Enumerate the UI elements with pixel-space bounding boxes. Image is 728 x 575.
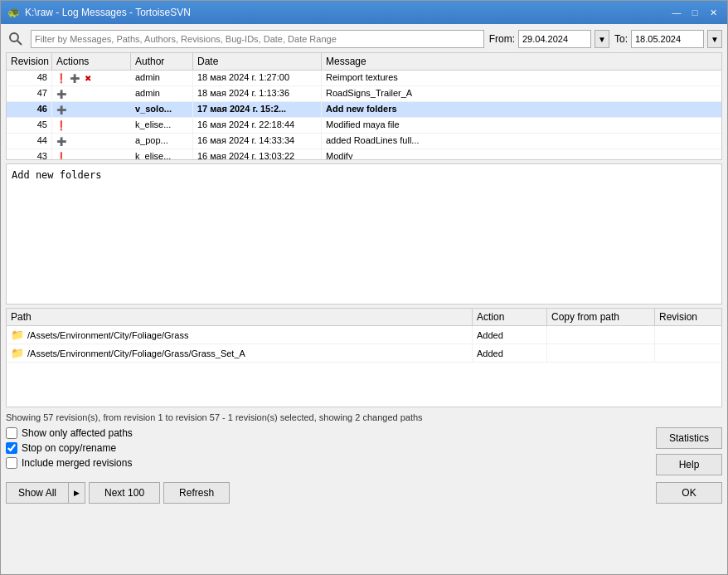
- action-icon-blue_plus: ➕: [56, 135, 67, 147]
- svg-line-1: [17, 41, 22, 45]
- bottom-bar: Show All ▶ Next 100 Refresh OK: [6, 479, 722, 505]
- table-row[interactable]: 44➕a_pop...16 мая 2024 г. 14:33:34added …: [7, 134, 721, 149]
- cell-date: 17 мая 2024 г. 15:2...: [193, 102, 322, 117]
- cell-author: k_elise...: [131, 118, 193, 133]
- action-icon-red_exclaim: ❗: [56, 151, 67, 159]
- refresh-button[interactable]: Refresh: [163, 482, 230, 504]
- revision-table: Revision Actions Author Date Message 48❗…: [6, 52, 722, 160]
- path-table-header: Path Action Copy from path Revision: [7, 309, 721, 326]
- from-date-section: From: ▼: [489, 30, 609, 48]
- to-date-picker-button[interactable]: ▼: [707, 30, 722, 48]
- stop-on-copy-label: Stop on copy/rename: [22, 442, 116, 454]
- path-cell-revision: [655, 326, 721, 344]
- status-text: Showing 57 revision(s), from revision 1 …: [6, 412, 423, 422]
- stop-on-copy-row[interactable]: Stop on copy/rename: [6, 442, 133, 454]
- checkboxes-group: Show only affected paths Stop on copy/re…: [6, 427, 133, 469]
- path-cell-action: Added: [473, 344, 547, 362]
- cell-revision: 45: [7, 118, 52, 133]
- cell-revision: 48: [7, 71, 52, 85]
- main-window: 🐢 K:\raw - Log Messages - TortoiseSVN — …: [0, 0, 728, 575]
- path-cell-copy-from: [547, 344, 655, 362]
- cell-date: 18 мая 2024 г. 1:13:36: [193, 86, 322, 101]
- cell-revision: 47: [7, 86, 52, 101]
- from-date-picker-button[interactable]: ▼: [595, 30, 609, 48]
- table-row[interactable]: 45❗k_elise...16 мая 2024 г. 22:18:44Modi…: [7, 118, 721, 134]
- svg-point-0: [10, 33, 18, 41]
- cell-date: 16 мая 2024 г. 14:33:34: [193, 134, 322, 149]
- help-button[interactable]: Help: [656, 454, 722, 475]
- cell-actions: ➕: [52, 134, 131, 149]
- show-all-wrap: Show All ▶: [6, 482, 85, 504]
- from-label: From:: [489, 33, 515, 45]
- action-icon-red_exclaim: ❗: [56, 119, 67, 131]
- include-merged-row[interactable]: Include merged revisions: [6, 457, 133, 469]
- bottom-bar-left: Show All ▶ Next 100 Refresh: [6, 482, 230, 504]
- path-col-action[interactable]: Action: [473, 309, 547, 325]
- folder-icon: 📁: [11, 347, 24, 359]
- title-bar: 🐢 K:\raw - Log Messages - TortoiseSVN — …: [1, 1, 727, 24]
- ok-button[interactable]: OK: [656, 482, 722, 504]
- path-text: /Assets/Environment/City/Foliage/Grass: [27, 330, 188, 340]
- cell-author: a_pop...: [131, 134, 193, 149]
- show-all-arrow-button[interactable]: ▶: [68, 483, 85, 503]
- to-date-input[interactable]: [631, 30, 704, 48]
- path-col-revision[interactable]: Revision: [655, 309, 721, 325]
- message-content: Add new folders: [12, 169, 101, 181]
- table-row[interactable]: 48❗➕✖admin18 мая 2024 г. 1:27:00Reimport…: [7, 71, 721, 86]
- message-box: Add new folders: [6, 163, 722, 305]
- to-date-section: To: ▼: [614, 30, 722, 48]
- col-author[interactable]: Author: [131, 53, 193, 70]
- search-icon-wrap: [6, 29, 26, 49]
- stop-on-copy-checkbox[interactable]: [6, 442, 17, 454]
- show-only-affected-label: Show only affected paths: [22, 427, 133, 439]
- minimize-button[interactable]: —: [669, 5, 684, 20]
- col-actions[interactable]: Actions: [52, 53, 131, 70]
- title-bar-left: 🐢 K:\raw - Log Messages - TortoiseSVN: [7, 7, 191, 18]
- close-button[interactable]: ✕: [706, 5, 721, 20]
- cell-author: admin: [131, 86, 193, 101]
- include-merged-checkbox[interactable]: [6, 457, 17, 469]
- path-cell-revision: [655, 344, 721, 362]
- revision-table-header: Revision Actions Author Date Message: [7, 53, 721, 71]
- path-cell-copy-from: [547, 326, 655, 344]
- path-table-body: 📁/Assets/Environment/City/Foliage/GrassA…: [7, 326, 721, 407]
- path-row[interactable]: 📁/Assets/Environment/City/Foliage/Grass/…: [7, 344, 721, 363]
- statistics-button[interactable]: Statistics: [656, 427, 722, 449]
- cell-actions: ➕: [52, 102, 131, 117]
- path-col-path[interactable]: Path: [7, 309, 473, 325]
- title-bar-controls: — □ ✕: [669, 5, 721, 20]
- table-row[interactable]: 43❗k_elise...16 мая 2024 г. 13:03:22Modi…: [7, 149, 721, 159]
- col-revision[interactable]: Revision: [7, 53, 52, 70]
- col-date[interactable]: Date: [193, 53, 322, 70]
- action-icon-blue_plus: ➕: [69, 72, 80, 84]
- from-date-input[interactable]: [518, 30, 591, 48]
- show-only-affected-row[interactable]: Show only affected paths: [6, 427, 133, 439]
- path-row[interactable]: 📁/Assets/Environment/City/Foliage/GrassA…: [7, 326, 721, 344]
- window-title: K:\raw - Log Messages - TortoiseSVN: [25, 7, 191, 18]
- filter-bar: From: ▼ To: ▼: [6, 29, 722, 49]
- app-icon: 🐢: [7, 7, 20, 18]
- maximize-button[interactable]: □: [687, 5, 702, 20]
- cell-author: admin: [131, 71, 193, 85]
- cell-actions: ❗: [52, 149, 131, 159]
- path-cell-path: 📁/Assets/Environment/City/Foliage/Grass/…: [7, 344, 473, 362]
- revision-table-body: 48❗➕✖admin18 мая 2024 г. 1:27:00Reimport…: [7, 71, 721, 159]
- folder-icon: 📁: [11, 329, 24, 341]
- cell-revision: 46: [7, 102, 52, 117]
- table-row[interactable]: 46➕v_solo...17 мая 2024 г. 15:2...Add ne…: [7, 102, 721, 118]
- show-only-affected-checkbox[interactable]: [6, 427, 17, 439]
- col-message[interactable]: Message: [322, 53, 721, 70]
- show-all-button[interactable]: Show All: [7, 483, 68, 503]
- cell-message: RoadSigns_Trailer_A: [322, 86, 721, 101]
- content-area: From: ▼ To: ▼ Revision Actions Author Da…: [1, 24, 727, 574]
- cell-message: Add new folders: [322, 102, 721, 117]
- path-col-copy-from[interactable]: Copy from path: [547, 309, 655, 325]
- cell-actions: ➕: [52, 86, 131, 101]
- next-100-button[interactable]: Next 100: [89, 482, 160, 504]
- filter-input[interactable]: [31, 30, 484, 48]
- path-cell-path: 📁/Assets/Environment/City/Foliage/Grass: [7, 326, 473, 344]
- action-icon-red_exclaim: ❗: [56, 72, 67, 84]
- to-label: To:: [614, 33, 628, 45]
- table-row[interactable]: 47➕admin18 мая 2024 г. 1:13:36RoadSigns_…: [7, 86, 721, 102]
- include-merged-label: Include merged revisions: [22, 457, 132, 469]
